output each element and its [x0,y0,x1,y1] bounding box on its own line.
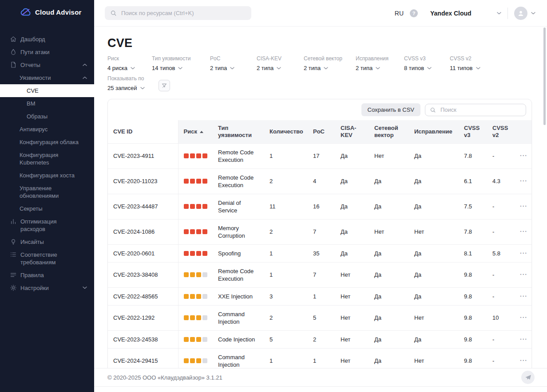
cell-poc: 1 [308,287,335,305]
topbar-right: RU ? Yandex Cloud [395,7,535,20]
table-row[interactable]: CVE-2023-24538Code Injection52НетДаДа9.8… [108,330,532,348]
filter-show-by: Показывать по 25 записей [107,75,159,91]
risk-indicator [184,179,208,184]
risk-square [190,204,195,209]
cell-cve-id: CVE-2023-4911 [108,143,178,169]
table-row[interactable]: CVE-2020-11023Remote Code Execution24ДаД… [108,169,532,194]
table-row[interactable]: CVE-2023-4911Remote Code Execution117ДаН… [108,143,532,169]
row-actions-button[interactable]: ··· [515,143,532,169]
table-row[interactable]: CVE-2024-29415Command Injection11НетДаНе… [108,348,532,368]
row-actions-button[interactable]: ··· [515,287,532,305]
global-search[interactable] [105,6,251,20]
row-actions-button[interactable]: ··· [515,348,532,368]
filter-cvss-v2-select[interactable]: 11 типов [450,65,499,71]
cell-network-vector: Нет [369,219,409,244]
global-search-input[interactable] [120,9,246,17]
table-search-input[interactable] [440,106,521,114]
filter-vuln-type-select[interactable]: 14 типов [152,65,210,71]
sidebar-item-vulnerabilities[interactable]: Уязвимости [0,71,94,84]
sidebar-item-label: Конфигурация хоста [20,172,75,179]
cell-fix: Да [409,143,459,169]
table-row[interactable]: CVE-2023-38408Remote Code Execution17Нет… [108,262,532,287]
table-row[interactable]: CVE-2023-44487Denial of Service1116ДаДаД… [108,194,532,219]
sidebar-item-insights[interactable]: Инсайты [0,235,94,248]
sidebar-item-cve[interactable]: CVE [0,84,94,97]
logo[interactable]: Cloud Advisor [0,0,94,23]
cell-count: 11 [264,194,308,219]
avatar[interactable] [514,7,527,20]
row-actions-button[interactable]: ··· [515,262,532,287]
sidebar-item-antivirus[interactable]: Антивирус [0,123,94,136]
filter-cvss-v3-select[interactable]: 8 типов [404,65,450,71]
cell-fix: Да [409,287,459,305]
column-header-vuln-type[interactable]: Тип уязвимости [213,120,264,143]
chevron-down-icon[interactable] [531,12,535,15]
filter-poc-select[interactable]: 2 типа [210,65,257,71]
sidebar-item-cloud-config[interactable]: Конфигурация облака [0,136,94,149]
column-header-cisa-kev[interactable]: CISA-KEV [335,120,369,143]
reset-filters-button[interactable] [159,80,170,91]
column-header-fix[interactable]: Исправление [409,120,459,143]
organization-name: Yandex Cloud [430,10,472,17]
risk-square [184,272,189,277]
risk-indicator [184,337,208,342]
sidebar-item-vm[interactable]: ВМ [0,97,94,110]
filter-value: 2 типа [210,65,227,71]
column-header-count[interactable]: Количество [264,120,308,143]
column-header-poc[interactable]: PoC [308,120,335,143]
sidebar-item-rules[interactable]: Правила [0,269,94,282]
filter-cisa-kev-select[interactable]: 2 типа [257,65,304,71]
sidebar-item-dashboard[interactable]: Дашборд [0,33,94,46]
filter-risk-select[interactable]: 4 риска [107,65,152,71]
cell-poc: 7 [308,219,335,244]
sidebar-item-label: Оптимизация расходов [20,218,79,233]
sidebar-item-secrets[interactable]: Секреты [0,202,94,215]
help-button[interactable]: ? [410,9,418,17]
column-header-risk[interactable]: Риск [178,120,213,143]
chevron-down-icon [131,67,135,70]
language-switcher[interactable]: RU [395,10,404,17]
row-actions-button[interactable]: ··· [515,330,532,348]
row-actions-button[interactable]: ··· [515,244,532,262]
organization-dropdown[interactable]: Yandex Cloud [430,10,501,17]
table-row[interactable]: CVE-2022-1292Command Injection25НетДаНет… [108,305,532,330]
column-header-cve-id[interactable]: CVE ID [108,120,178,143]
sidebar-item-images[interactable]: Образы [0,110,94,123]
column-label: CVE ID [113,128,132,135]
sidebar-item-cost-optimization[interactable]: Оптимизация расходов [0,215,94,235]
sidebar-item-reports[interactable]: Отчеты [0,59,94,71]
filter-fixes-select[interactable]: 2 типа [356,65,404,71]
row-actions-button[interactable]: ··· [515,305,532,330]
table-row[interactable]: CVE-2022-48565XXE Injection31НетДаДа9.8-… [108,287,532,305]
filter-network-vector-select[interactable]: 2 типа [304,65,356,71]
table-row[interactable]: CVE-2020-0601Spoofing135ДаДаДа8.15.8··· [108,244,532,262]
vertical-scrollbar[interactable] [543,27,546,125]
cell-cvss-v2: - [487,287,515,305]
row-actions-button[interactable]: ··· [515,219,532,244]
column-header-cvss-v2[interactable]: CVSS v2 [487,120,515,143]
table-row[interactable]: CVE-2024-1086Memory Corruption27ДаНетНет… [108,219,532,244]
show-by-select[interactable]: 25 записей [107,85,159,91]
risk-square [202,358,207,363]
sidebar-item-kubernetes-config[interactable]: Конфигурация Kubernetes [0,149,94,169]
sidebar-item-compliance[interactable]: Соответствие требованиям [0,248,94,269]
column-header-network-vector[interactable]: Сетевой вектор [369,120,409,143]
cell-cve-id: CVE-2022-48565 [108,287,178,305]
table-search[interactable] [425,104,526,116]
sidebar-item-attack-paths[interactable]: Пути атаки [0,46,94,59]
cell-vuln-type: Spoofing [213,244,264,262]
sidebar-item-host-config[interactable]: Конфигурация хоста [0,169,94,182]
search-icon [110,10,117,16]
sidebar-item-settings[interactable]: Настройки [0,282,94,294]
cell-fix: Да [409,194,459,219]
cell-fix: Нет [409,219,459,244]
sidebar-item-label: Правила [20,271,44,279]
row-actions-button[interactable]: ··· [515,194,532,219]
filter-label: CISA-KEV [257,55,304,62]
row-actions-button[interactable]: ··· [515,169,532,194]
save-csv-button[interactable]: Сохранить в CSV [361,103,420,116]
column-header-cvss-v3[interactable]: CVSS v3 [459,120,487,143]
sidebar-item-label: ВМ [27,100,36,107]
sidebar-item-update-management[interactable]: Управление обновлениями [0,182,94,202]
telegram-button[interactable] [521,371,535,384]
